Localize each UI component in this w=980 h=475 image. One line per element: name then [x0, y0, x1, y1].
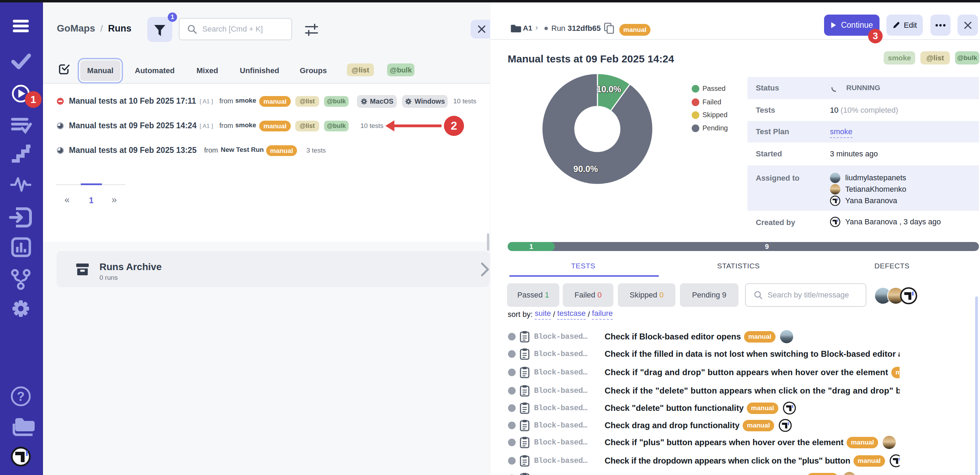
svg-text:?: ?	[17, 389, 25, 403]
svg-text:10.0%: 10.0%	[597, 84, 621, 94]
svg-text:90.0%: 90.0%	[574, 164, 598, 174]
